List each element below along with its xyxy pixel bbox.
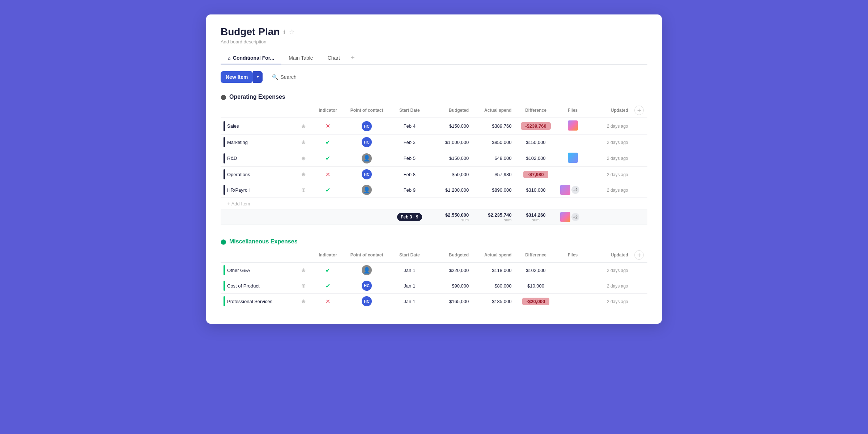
table-operating-wrap: Indicator Point of contact Start Date Bu… bbox=[221, 103, 647, 225]
row-name-cell: Sales bbox=[221, 118, 298, 135]
toolbar: New Item ▾ 🔍 Search bbox=[206, 65, 662, 87]
row-add-icon[interactable]: ⊕ bbox=[301, 171, 306, 177]
add-item-row[interactable]: + Add Item bbox=[221, 198, 647, 209]
col-header-budgeted2: Budgeted bbox=[429, 248, 472, 263]
add-item-cell[interactable]: + Add Item bbox=[221, 198, 647, 209]
table-row: Sales ⊕ ✕ HC Feb 4 $150,000 $389,760 -$2… bbox=[221, 118, 647, 135]
table-row: Operations ⊕ ✕ HC Feb 8 $50,000 $57,980 … bbox=[221, 167, 647, 182]
row-updated-cell: 2 days ago bbox=[588, 118, 631, 135]
row-actual-cell: $389,760 bbox=[472, 118, 514, 135]
row-color-bar bbox=[224, 265, 225, 275]
col-header-addcol: + bbox=[631, 103, 647, 118]
diff-value: $102,000 bbox=[522, 154, 550, 162]
col-header-date: Start Date bbox=[390, 103, 429, 118]
col-header-add2 bbox=[298, 248, 312, 263]
avatar: HC bbox=[362, 121, 372, 131]
row-add-icon[interactable]: ⊕ bbox=[301, 123, 306, 129]
section-misc-header: ⬤ Miscellaneous Expenses bbox=[221, 232, 647, 248]
row-color-bar bbox=[224, 153, 225, 163]
tabs-bar: ⌂ Conditional For... Main Table Chart + bbox=[221, 51, 647, 65]
col-header-difference: Difference bbox=[514, 103, 557, 118]
col-header-addcol2: + bbox=[631, 248, 647, 263]
tab-conditional[interactable]: ⌂ Conditional For... bbox=[221, 52, 281, 64]
section-operating: ⬤ Operating Expenses Indicator Point of … bbox=[206, 87, 662, 225]
col-header-actual: Actual spend bbox=[472, 103, 514, 118]
tab-main-table[interactable]: Main Table bbox=[281, 52, 320, 64]
check-icon: ✔ bbox=[326, 139, 330, 145]
col-header-difference2: Difference bbox=[514, 248, 557, 263]
row-color-bar bbox=[224, 281, 225, 291]
files-group: +2 bbox=[560, 185, 586, 195]
check-icon: ✔ bbox=[326, 155, 330, 161]
diff-value: $102,000 bbox=[522, 267, 550, 274]
row-date-cell: Feb 4 bbox=[390, 118, 429, 135]
col-header-poc: Point of contact bbox=[344, 103, 390, 118]
check-icon: ✔ bbox=[326, 283, 330, 289]
file-thumbnail bbox=[560, 185, 570, 195]
avatar: HC bbox=[362, 296, 372, 306]
info-icon[interactable]: ℹ bbox=[283, 29, 285, 35]
star-icon[interactable]: ☆ bbox=[289, 28, 295, 36]
col-header-actual2: Actual spend bbox=[472, 248, 514, 263]
budgeted-sum: $2,550,000 bbox=[445, 212, 469, 218]
section-toggle-operating[interactable]: ⬤ bbox=[221, 94, 226, 100]
add-tab-button[interactable]: + bbox=[347, 51, 358, 64]
cross-icon: ✕ bbox=[326, 123, 330, 129]
section-title-operating: Operating Expenses bbox=[229, 94, 285, 100]
section-operating-header: ⬤ Operating Expenses bbox=[221, 87, 647, 103]
new-item-button[interactable]: New Item bbox=[221, 71, 253, 83]
section-toggle-misc[interactable]: ⬤ bbox=[221, 239, 226, 244]
section-title-misc: Miscellaneous Expenses bbox=[229, 238, 298, 245]
row-add-icon[interactable]: ⊕ bbox=[301, 282, 306, 289]
table-row: Professional Services ⊕ ✕ HC Jan 1 $165,… bbox=[221, 294, 647, 309]
row-color-bar bbox=[224, 169, 225, 179]
add-column-button-2[interactable]: + bbox=[634, 250, 644, 260]
tab-chart[interactable]: Chart bbox=[320, 52, 347, 64]
check-icon: ✔ bbox=[326, 187, 330, 193]
board-description[interactable]: Add board description bbox=[221, 39, 647, 44]
row-diff-cell: -$239,760 bbox=[514, 118, 557, 135]
actual-sum: $2,235,740 bbox=[488, 212, 511, 218]
app-window: Budget Plan ℹ ☆ Add board description ⌂ … bbox=[206, 14, 662, 324]
col-header-indicator2: Indicator bbox=[312, 248, 344, 263]
date-range-badge: Feb 3 - 9 bbox=[397, 213, 422, 221]
row-add-icon[interactable]: ⊕ bbox=[301, 298, 306, 304]
sum-row: Feb 3 - 9 $2,550,000 sum $2,235,740 sum … bbox=[221, 209, 647, 225]
row-add-icon[interactable]: ⊕ bbox=[301, 267, 306, 273]
row-files-cell bbox=[557, 118, 588, 135]
col-header-updated2: Updated bbox=[588, 248, 631, 263]
new-item-dropdown-button[interactable]: ▾ bbox=[253, 71, 263, 83]
header: Budget Plan ℹ ☆ Add board description ⌂ … bbox=[206, 14, 662, 65]
add-item-icon[interactable]: + bbox=[227, 200, 230, 207]
file-thumbnail bbox=[568, 120, 578, 131]
files-sum-badge: +2 bbox=[571, 213, 579, 221]
table-row: R&D ⊕ ✔ 👤 Feb 5 $150,000 $48,000 $102,00… bbox=[221, 150, 647, 167]
search-button[interactable]: 🔍 Search bbox=[267, 72, 301, 82]
col-header-name2 bbox=[221, 248, 298, 263]
row-add-icon[interactable]: ⊕ bbox=[301, 139, 306, 145]
page-title: Budget Plan bbox=[221, 26, 280, 38]
col-header-updated: Updated bbox=[588, 103, 631, 118]
table-misc: Indicator Point of contact Start Date Bu… bbox=[221, 248, 647, 309]
table-misc-wrap: Indicator Point of contact Start Date Bu… bbox=[221, 248, 647, 309]
row-add-cell[interactable]: ⊕ bbox=[298, 118, 312, 135]
add-column-button[interactable]: + bbox=[634, 106, 644, 115]
diff-badge: -$20,000 bbox=[522, 298, 549, 305]
cross-icon: ✕ bbox=[326, 298, 330, 305]
avatar-anon: 👤 bbox=[362, 185, 372, 195]
diff-sum: $314,260 bbox=[526, 212, 545, 218]
col-header-poc2: Point of contact bbox=[344, 248, 390, 263]
avatar: HC bbox=[362, 137, 372, 147]
avatar-anon: 👤 bbox=[362, 153, 372, 163]
row-add-icon[interactable]: ⊕ bbox=[301, 187, 306, 193]
table-row: Other G&A ⊕ ✔ 👤 Jan 1 $220,000 $118,000 … bbox=[221, 263, 647, 278]
row-add-icon[interactable]: ⊕ bbox=[301, 155, 306, 161]
file-thumbnail bbox=[560, 212, 570, 222]
files-count-badge: +2 bbox=[571, 186, 579, 194]
files-sum-group: +2 bbox=[560, 212, 586, 222]
avatar: HC bbox=[362, 281, 372, 291]
row-poc-cell: HC bbox=[344, 118, 390, 135]
table-operating: Indicator Point of contact Start Date Bu… bbox=[221, 103, 647, 225]
home-icon: ⌂ bbox=[228, 55, 231, 61]
table-row: HR/Payroll ⊕ ✔ 👤 Feb 9 $1,200,000 $890,0… bbox=[221, 182, 647, 198]
